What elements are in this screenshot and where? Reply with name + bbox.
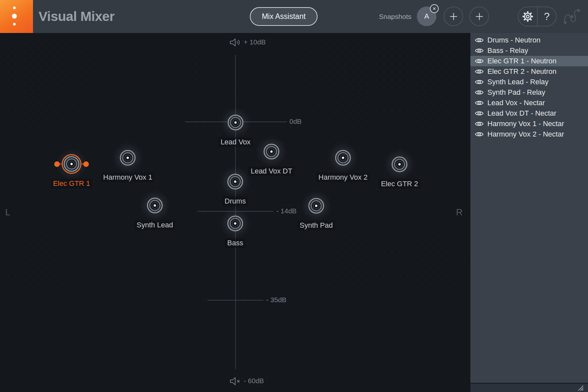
- pan-left-label: L: [5, 207, 10, 218]
- pan-right-label: R: [456, 207, 463, 218]
- node-ring: [64, 156, 79, 172]
- pan-handle-right[interactable]: [83, 161, 89, 167]
- track-label: Harmony Vox 2 - Nectar: [487, 130, 564, 139]
- visibility-eye-icon[interactable]: [475, 58, 483, 64]
- visibility-eye-icon[interactable]: [475, 37, 483, 43]
- node-label: Harmony Vox 2: [316, 172, 370, 182]
- visibility-eye-icon[interactable]: [475, 69, 483, 74]
- node-label: Lead Vox: [218, 137, 253, 147]
- resize-grip-icon[interactable]: [578, 385, 585, 391]
- izotope-logo-icon: [0, 0, 33, 33]
- question-mark-icon: ?: [544, 11, 549, 23]
- node-ring: [308, 198, 324, 214]
- track-row-drums[interactable]: Drums - Neutron: [470, 35, 588, 45]
- track-label: Lead Vox DT - Nectar: [487, 109, 556, 118]
- track-row-elec-gtr-2[interactable]: Elec GTR 2 - Neutron: [470, 66, 588, 77]
- track-label: Elec GTR 2 - Neutron: [487, 67, 557, 76]
- track-label: Drums - Neutron: [487, 36, 541, 44]
- panel-footer: [470, 383, 588, 392]
- node-label: Lead Vox DT: [248, 166, 294, 176]
- track-label: Synth Lead - Relay: [487, 78, 548, 86]
- visibility-eye-icon[interactable]: [475, 90, 483, 95]
- add-snapshot-button[interactable]: [444, 7, 463, 26]
- speaker-muted-icon: [230, 377, 241, 385]
- node-ring: [264, 144, 279, 159]
- speaker-waves-icon: [230, 38, 241, 47]
- snapshots-label: Snapshots: [379, 0, 411, 33]
- settings-button[interactable]: [518, 7, 537, 26]
- track-row-bass[interactable]: Bass - Relay: [470, 45, 588, 56]
- track-row-harmony-vox-1[interactable]: Harmony Vox 1 - Nectar: [470, 119, 588, 129]
- snapshot-a-label: A: [424, 12, 429, 21]
- node-ring: [227, 174, 243, 189]
- add-snapshot-button-2[interactable]: [469, 7, 489, 26]
- node-ring: [120, 150, 136, 166]
- mixer-canvas[interactable]: + 10dB 0dB - 14dB - 35dB - 60dB L R Lead…: [0, 33, 470, 392]
- center-pan-axis: [235, 55, 236, 369]
- gridline-14db: [198, 211, 273, 212]
- track-label: Elec GTR 1 - Neutron: [487, 57, 557, 65]
- page-title: Visual Mixer: [39, 0, 115, 33]
- track-row-harmony-vox-2[interactable]: Harmony Vox 2 - Nectar: [470, 129, 588, 139]
- tick-label-35db: - 35dB: [266, 296, 286, 304]
- track-row-lead-vox[interactable]: Lead Vox - Nectar: [470, 98, 588, 108]
- visibility-eye-icon[interactable]: [475, 110, 483, 116]
- node-label: Synth Lead: [134, 220, 175, 230]
- track-row-synth-pad[interactable]: Synth Pad - Relay: [470, 87, 588, 98]
- visibility-eye-icon[interactable]: [475, 121, 483, 127]
- tick-label-0db: 0dB: [289, 118, 302, 125]
- node-label: Harmony Vox 1: [101, 172, 155, 182]
- plus-icon: [449, 12, 458, 21]
- tick-label-bottom: - 60dB: [244, 377, 264, 385]
- node-label: Bass: [225, 238, 246, 248]
- node-label: Elec GTR 2: [379, 179, 420, 189]
- track-row-lead-vox-dt[interactable]: Lead Vox DT - Nectar: [470, 108, 588, 119]
- tick-label-top: + 10dB: [244, 38, 266, 46]
- node-ring: [392, 156, 407, 172]
- neutron-logo-icon: [562, 7, 581, 26]
- node-label: Elec GTR 1: [51, 179, 92, 188]
- snapshot-a-button[interactable]: A ✕: [417, 7, 436, 26]
- track-list-panel: Drums - Neutron Bass - Relay Elec GTR 1 …: [470, 33, 588, 383]
- node-label: Drums: [222, 196, 248, 206]
- visibility-eye-icon[interactable]: [475, 79, 483, 85]
- tick-label-14db: - 14dB: [276, 207, 297, 215]
- node-label: Synth Pad: [297, 220, 335, 230]
- visibility-eye-icon[interactable]: [475, 131, 483, 137]
- node-ring: [147, 198, 163, 213]
- gridline-35db: [207, 300, 264, 301]
- node-ring: [227, 216, 243, 231]
- gear-icon: [522, 10, 534, 23]
- pan-handle-left[interactable]: [54, 161, 60, 167]
- snapshot-close-icon[interactable]: ✕: [430, 4, 439, 13]
- track-row-elec-gtr-1[interactable]: Elec GTR 1 - Neutron: [470, 56, 588, 66]
- help-button[interactable]: ?: [537, 7, 556, 26]
- track-row-synth-lead[interactable]: Synth Lead - Relay: [470, 77, 588, 87]
- visibility-eye-icon[interactable]: [475, 100, 483, 106]
- node-ring: [335, 150, 351, 166]
- settings-help-group: ?: [518, 7, 557, 26]
- top-bar: Visual Mixer Mix Assistant Snapshots A ✕: [0, 0, 588, 33]
- node-ring: [228, 115, 243, 130]
- mix-assistant-button[interactable]: Mix Assistant: [250, 7, 318, 26]
- track-label: Synth Pad - Relay: [487, 88, 545, 97]
- plus-icon: [475, 12, 484, 21]
- track-label: Harmony Vox 1 - Nectar: [487, 120, 564, 128]
- track-label: Lead Vox - Nectar: [487, 99, 545, 107]
- visibility-eye-icon[interactable]: [475, 48, 483, 54]
- track-label: Bass - Relay: [487, 46, 528, 55]
